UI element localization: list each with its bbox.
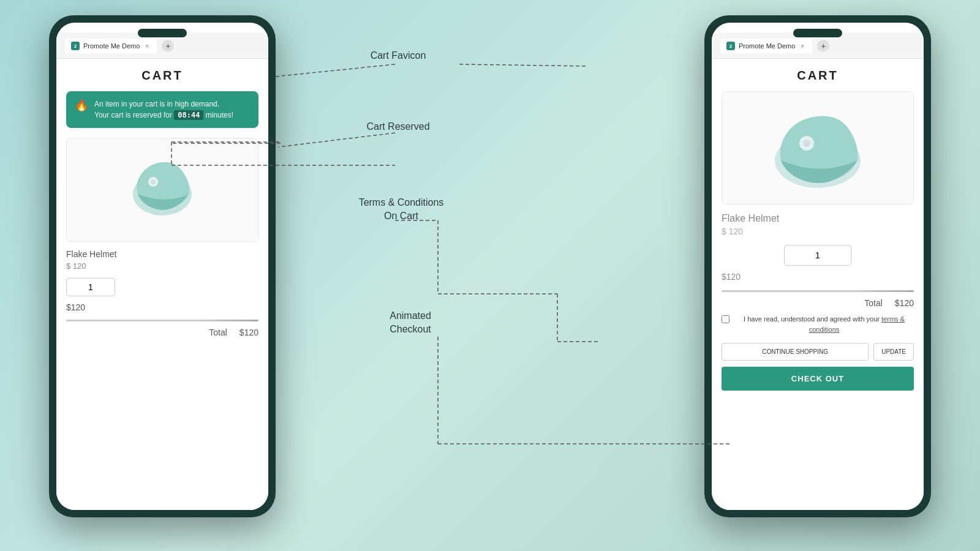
right-tab-title: Promote Me Demo (739, 42, 795, 50)
label-cart-reserved: Cart Reserved (337, 120, 459, 133)
fire-icon: 🔥 (75, 99, 88, 112)
left-qty-input[interactable] (66, 278, 115, 296)
right-tab-close-icon[interactable]: × (799, 42, 806, 50)
right-divider (722, 290, 914, 292)
cart-timer: 08:44 (174, 110, 203, 120)
terms-checkbox[interactable] (722, 315, 729, 323)
right-total-label: Total (864, 298, 883, 308)
left-product-image (66, 138, 258, 242)
right-phone-inner: 2 Promote Me Demo × + CART Flak (712, 23, 924, 510)
update-cart-button[interactable]: UPDATE (873, 343, 914, 361)
left-cart-content: CART 🔥 An item in your cart is in high d… (56, 59, 268, 510)
right-product-name: Flake Helmet (722, 213, 914, 224)
left-product-price: $ 120 (66, 261, 258, 271)
left-total-row: Total $120 (66, 328, 258, 337)
checkout-button[interactable]: CHECK OUT (722, 367, 914, 391)
left-phone-inner: 2 Promote Me Demo × + CART 🔥 An item in … (56, 23, 268, 510)
phone-notch-right (793, 29, 842, 37)
left-cart-title: CART (66, 69, 258, 83)
left-tab[interactable]: 2 Promote Me Demo × (65, 39, 157, 53)
demand-banner-text: An item in your cart is in high demand. … (94, 99, 233, 121)
right-total-amount: $120 (895, 298, 914, 308)
svg-point-5 (803, 140, 810, 147)
left-product-name: Flake Helmet (66, 249, 258, 259)
left-line-price: $120 (66, 302, 258, 312)
label-cart-favicon: Cart Favicon (337, 49, 459, 62)
left-tab-close-icon[interactable]: × (143, 42, 151, 50)
left-tab-title: Promote Me Demo (83, 42, 140, 50)
right-total-row: Total $120 (722, 298, 914, 308)
left-total-amount: $120 (239, 328, 258, 337)
label-animated-checkout: AnimatedCheckout (343, 309, 478, 337)
right-favicon: 2 (726, 42, 735, 50)
phone-notch-left (138, 29, 187, 37)
continue-shopping-button[interactable]: CONTINUE SHOPPING (722, 343, 869, 361)
left-divider (66, 320, 258, 321)
right-product-image (722, 91, 914, 204)
helmet-svg-left (123, 150, 202, 230)
right-qty-input[interactable] (784, 245, 851, 266)
right-cart-content: CART Flake Helmet $ 120 $120 (712, 59, 924, 510)
demand-banner: 🔥 An item in your cart is in high demand… (66, 91, 258, 128)
left-total-label: Total (209, 328, 227, 337)
terms-row: I have read, understood and agreed with … (722, 314, 914, 334)
svg-line-7 (459, 64, 588, 66)
svg-line-8 (279, 133, 395, 147)
helmet-svg-right (763, 99, 873, 197)
right-cart-title: CART (722, 69, 914, 83)
left-phone: 2 Promote Me Demo × + CART 🔥 An item in … (49, 15, 276, 517)
right-line-price: $120 (722, 272, 914, 282)
left-new-tab-button[interactable]: + (162, 40, 174, 52)
svg-line-6 (276, 64, 395, 77)
right-product-price: $ 120 (722, 227, 914, 236)
left-favicon: 2 (71, 42, 80, 50)
right-phone: 2 Promote Me Demo × + CART Flak (704, 15, 931, 517)
svg-point-2 (151, 179, 156, 184)
cart-action-buttons: CONTINUE SHOPPING UPDATE (722, 343, 914, 361)
right-new-tab-button[interactable]: + (817, 40, 829, 52)
right-tab[interactable]: 2 Promote Me Demo × (720, 39, 812, 53)
terms-text: I have read, understood and agreed with … (744, 315, 880, 323)
label-terms-conditions: Terms & ConditionsOn Cart (325, 196, 478, 223)
